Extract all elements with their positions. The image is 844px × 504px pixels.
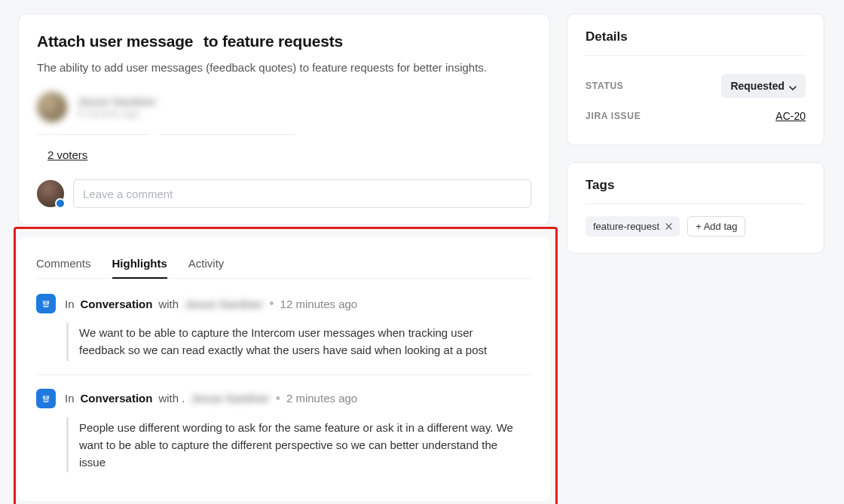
remove-tag-button[interactable]	[665, 222, 672, 231]
intercom-icon	[36, 389, 56, 408]
jira-label: JIRA ISSUE	[586, 111, 641, 121]
highlight-time: 12 minutes ago	[280, 298, 358, 310]
tabs: Comments Highlights Activity	[36, 251, 532, 279]
status-label: STATUS	[586, 81, 624, 91]
tag-label: feature-request	[593, 221, 659, 232]
post-author: Jesse Gardner 6 minutes ago	[37, 92, 531, 122]
highlight-in: In	[65, 298, 75, 310]
comment-input[interactable]	[73, 179, 531, 208]
verified-badge-icon	[55, 198, 66, 209]
tab-comments[interactable]: Comments	[36, 251, 91, 279]
intercom-icon	[36, 294, 56, 313]
tags-card: Tags feature-request + Add tag	[567, 162, 824, 254]
highlight-with: with .	[158, 392, 185, 405]
tab-activity[interactable]: Activity	[188, 251, 225, 279]
status-dropdown[interactable]: Requested	[721, 74, 806, 98]
highlight-conversation[interactable]: Conversation	[81, 392, 153, 405]
tags-title: Tags	[586, 178, 806, 193]
post-title-part-a: Attach user message	[37, 32, 193, 50]
tab-highlights[interactable]: Highlights	[112, 251, 167, 279]
highlight-name: Jesse Gardner	[185, 298, 263, 310]
jira-issue-link[interactable]: AC-20	[775, 110, 806, 122]
highlight-quote: We want to be able to capture the Interc…	[66, 322, 518, 361]
comment-composer	[37, 179, 531, 208]
post-title-part-b: to feature requests	[203, 32, 343, 50]
voters-link[interactable]: 2 voters	[47, 148, 87, 161]
add-tag-button[interactable]: + Add tag	[687, 216, 745, 237]
highlight-quote: People use different wording to ask for …	[66, 417, 518, 473]
highlight-item: In Conversation with . Jesse Gardner • 2…	[36, 389, 532, 473]
post-card: Attach user message to feature requests …	[18, 14, 550, 225]
divider	[586, 203, 806, 204]
chevron-down-icon	[789, 82, 797, 90]
details-title: Details	[586, 29, 806, 44]
highlight-with: with	[158, 298, 179, 310]
author-time: 6 minutes ago	[78, 108, 156, 119]
author-avatar	[37, 92, 67, 122]
highlights-card: Comments Highlights Activity In	[18, 237, 550, 501]
author-name: Jesse Gardner	[78, 95, 156, 108]
divider	[586, 55, 806, 56]
highlight-time: 2 minutes ago	[286, 392, 357, 405]
highlight-name: Jesse Gardner	[191, 392, 269, 405]
highlight-item: In Conversation with Jesse Gardner • 12 …	[36, 294, 532, 375]
status-value: Requested	[730, 80, 784, 92]
tag-chip: feature-request	[586, 216, 680, 237]
highlight-conversation[interactable]: Conversation	[81, 298, 153, 310]
current-user-avatar	[37, 180, 64, 207]
highlight-in: In	[65, 392, 75, 405]
post-title: Attach user message to feature requests	[37, 32, 531, 50]
author-divider	[37, 134, 531, 135]
post-description: The ability to add user messages (feedba…	[37, 61, 531, 74]
details-card: Details STATUS Requested JIRA ISSUE AC-2…	[567, 14, 824, 145]
